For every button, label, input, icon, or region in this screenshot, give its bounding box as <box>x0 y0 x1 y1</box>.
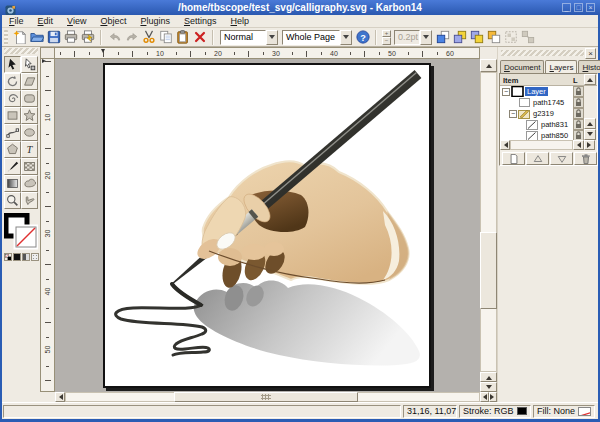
tab-history[interactable]: History <box>578 60 600 73</box>
bring-to-front-button[interactable] <box>434 28 451 46</box>
text-tool[interactable]: T <box>21 141 38 158</box>
redo-button[interactable] <box>123 28 140 46</box>
toolbar-separator <box>375 30 377 45</box>
hruler-pointer-marker <box>101 49 105 55</box>
client-area: T 102030405060 1020304050 <box>2 47 598 402</box>
calligraphy-tool[interactable] <box>4 158 21 175</box>
toolbar: NormalWhole Page?+−0.2pt <box>2 28 598 47</box>
canvas-viewport[interactable] <box>55 59 480 392</box>
lock-icon[interactable] <box>573 86 584 97</box>
pattern-swatch[interactable] <box>31 253 39 261</box>
pattern-tool[interactable] <box>21 158 38 175</box>
freehand-tool[interactable] <box>4 124 21 141</box>
menu-plugins[interactable]: Plugins <box>133 15 177 28</box>
lock-icon[interactable] <box>573 97 584 108</box>
stroke-status: Stroke: RGB <box>459 405 531 418</box>
lock-icon[interactable] <box>573 108 584 119</box>
print-button[interactable] <box>62 28 79 46</box>
new-document-button[interactable] <box>11 28 28 46</box>
layer-label: path831 <box>539 120 570 129</box>
toolbox-handle[interactable] <box>4 48 38 54</box>
lower-layer-button[interactable] <box>550 152 573 165</box>
layer-row[interactable]: path831 <box>500 119 585 130</box>
maximize-button[interactable]: □ <box>574 3 583 12</box>
round-rect-tool[interactable] <box>21 90 38 107</box>
toolbar-handle[interactable] <box>4 30 8 45</box>
tab-layers[interactable]: Layers <box>545 60 577 73</box>
layer-row[interactable]: −Layer <box>500 86 585 97</box>
layers-vscrollbar[interactable] <box>584 86 596 140</box>
cut-button[interactable] <box>140 28 157 46</box>
layer-row[interactable]: −g2319 <box>500 108 585 119</box>
path-icon <box>526 120 538 130</box>
zoom-mode-combo[interactable]: Normal <box>220 30 278 45</box>
view-mode-combo[interactable]: Whole Page <box>282 30 352 45</box>
pan-tool[interactable] <box>21 192 38 209</box>
spiral-tool[interactable] <box>4 90 21 107</box>
docker-close-button[interactable]: × <box>585 48 596 59</box>
vruler-pointer-marker <box>42 59 48 63</box>
rectangle-tool[interactable] <box>4 107 21 124</box>
ungroup-button[interactable] <box>519 28 536 46</box>
lower-button[interactable] <box>468 28 485 46</box>
black-swatch[interactable] <box>13 253 21 261</box>
group-button[interactable] <box>502 28 519 46</box>
select-tool[interactable] <box>4 56 21 73</box>
menu-file[interactable]: File <box>2 15 31 28</box>
zoom-tool[interactable] <box>4 192 21 209</box>
ellipse-tool[interactable] <box>21 124 38 141</box>
delete-layer-button[interactable] <box>574 152 597 165</box>
title-bar[interactable]: /home/tbscope/test_svg/calligraphy.svg -… <box>0 0 600 15</box>
copy-button[interactable] <box>157 28 174 46</box>
status-bar: 31,16, 11,07 Stroke: RGB Fill: None <box>2 402 598 419</box>
docker-handle[interactable] <box>501 50 584 56</box>
menu-object[interactable]: Object <box>93 15 133 28</box>
scrollbar-corner[interactable] <box>480 392 497 402</box>
help-button[interactable]: ? <box>354 28 371 46</box>
paste-button[interactable] <box>174 28 191 46</box>
stroke-width-combo-arrow[interactable] <box>420 30 432 45</box>
raise-layer-button[interactable] <box>526 152 549 165</box>
clipart-tool[interactable] <box>21 175 38 192</box>
layerbox-icon <box>511 86 524 97</box>
page[interactable] <box>103 63 431 388</box>
minimize-button[interactable]: _ <box>562 3 571 12</box>
send-to-back-button[interactable] <box>485 28 502 46</box>
print-preview-button[interactable] <box>79 28 96 46</box>
gradient-swatch[interactable] <box>22 253 30 261</box>
menu-settings[interactable]: Settings <box>177 15 224 28</box>
layer-row[interactable]: path1745 <box>500 97 585 108</box>
tab-document[interactable]: Document <box>500 60 544 73</box>
rotate-tool[interactable] <box>4 73 21 90</box>
lock-icon[interactable] <box>573 130 584 140</box>
stroke-fill-indicator[interactable] <box>4 213 38 251</box>
polygon-tool[interactable] <box>4 141 21 158</box>
delete-button[interactable] <box>191 28 208 46</box>
expander-icon[interactable]: − <box>502 88 510 96</box>
view-mode-combo-arrow[interactable] <box>340 30 352 45</box>
gradient-tool[interactable] <box>4 175 21 192</box>
menu-help[interactable]: Help <box>224 15 257 28</box>
close-button[interactable]: × <box>586 3 595 12</box>
layers-hscrollbar[interactable] <box>500 140 597 150</box>
zoom-mode-combo-arrow[interactable] <box>266 30 278 45</box>
node-edit-tool[interactable] <box>21 56 38 73</box>
vertical-scrollbar[interactable] <box>480 59 497 392</box>
open-button[interactable] <box>28 28 45 46</box>
default-colors-swatch[interactable] <box>4 253 12 261</box>
layer-row[interactable]: path850 <box>500 130 585 140</box>
stroke-width-spinner[interactable]: +− <box>382 30 391 45</box>
stroke-width-combo[interactable]: 0.2pt <box>394 30 432 45</box>
new-layer-button[interactable] <box>502 152 525 165</box>
horizontal-scrollbar[interactable] <box>55 392 480 402</box>
menu-edit[interactable]: Edit <box>31 15 61 28</box>
lock-icon[interactable] <box>573 119 584 130</box>
undo-button[interactable] <box>106 28 123 46</box>
expander-icon[interactable]: − <box>509 110 517 118</box>
shear-tool[interactable] <box>21 73 38 90</box>
star-tool[interactable] <box>21 107 38 124</box>
save-button[interactable] <box>45 28 62 46</box>
docker-panel: × DocumentLayersHistory Item L −Layerpat… <box>497 47 598 402</box>
menu-view[interactable]: View <box>60 15 93 28</box>
raise-button[interactable] <box>451 28 468 46</box>
